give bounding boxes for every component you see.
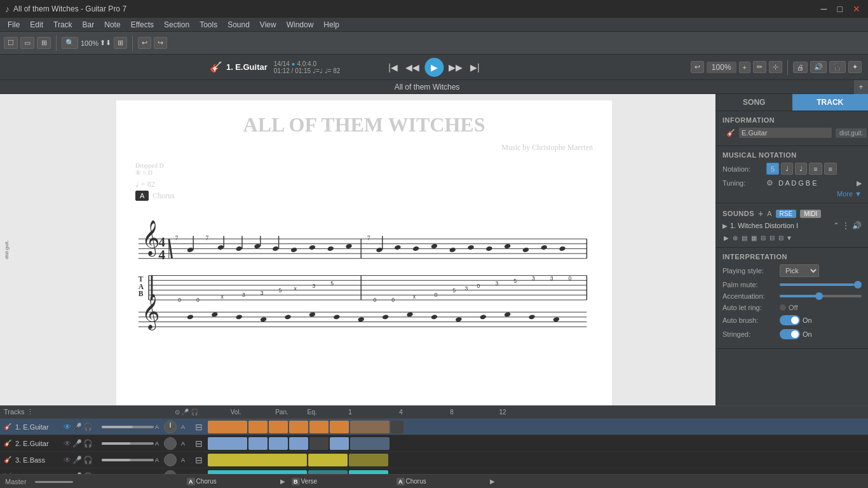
sounds-rse-badge[interactable]: RSE [776,210,797,218]
track-row-1[interactable]: 🎸 1. E.Guitar 👁 🎤 🎧 A [0,419,868,435]
timeline-block-chorus-5[interactable] [309,421,329,433]
menu-window[interactable]: Window [281,19,319,30]
track-name-input[interactable] [739,128,832,138]
track-1-volume-bar[interactable] [102,426,154,428]
zoom-arrows[interactable]: ⬆⬇ [100,39,111,47]
track-2-pan[interactable] [159,437,181,450]
tl2-block-6[interactable] [350,437,390,450]
headphones-btn[interactable]: 🎧 [829,61,846,73]
palm-mute-thumb[interactable] [854,281,862,288]
track-1-headphone-icon[interactable]: 🎧 [83,423,93,431]
stringed-toggle[interactable] [780,329,800,339]
master-volume-bar[interactable] [35,481,73,483]
menu-effects[interactable]: Effects [126,19,159,30]
tl2-block-3[interactable] [269,437,288,450]
auto-let-ring-toggle[interactable] [780,304,786,311]
sound-ctrl-1[interactable]: ▶ [722,234,730,242]
track-2-volume-bar[interactable] [102,442,154,445]
redo-btn[interactable]: ↪ [154,37,167,49]
track-1-eye-icon[interactable]: 👁 [64,423,71,431]
track-3-pan-knob[interactable] [164,454,177,466]
timeline-block-chorus-6[interactable] [330,421,349,433]
pencil-btn[interactable]: ✏ [753,61,766,73]
tuning-arrow-icon[interactable]: ▶ [857,179,862,187]
timeline-block-end[interactable] [350,421,390,433]
speaker-btn[interactable]: 🔊 [810,61,827,73]
menu-help[interactable]: Help [318,19,344,30]
menu-note[interactable]: Note [99,19,125,30]
track-2-headphone-icon[interactable]: 🎧 [83,439,93,448]
menu-section[interactable]: Section [159,19,194,30]
goto-end-btn[interactable]: ▶| [468,61,482,74]
timeline-block-marker[interactable] [391,421,403,433]
tl3-block-1[interactable] [208,454,307,466]
track-2-eq[interactable]: ⊟ [190,438,208,449]
sound-ctrl-5[interactable]: ⊟ [759,234,767,242]
add-tab-btn[interactable]: + [854,80,868,94]
track-3-eye-icon[interactable]: 👁 [64,456,71,464]
goto-start-btn[interactable]: |◀ [386,61,400,74]
layout-double-btn[interactable]: ▭ [20,37,34,49]
grid-btn[interactable]: ⊞ [114,37,127,49]
layout-multi-btn[interactable]: ⊞ [37,37,51,49]
accentuation-slider[interactable] [780,295,862,297]
notation-btn-2[interactable]: ♩ [781,163,793,175]
timeline-block-chorus-1[interactable] [208,421,247,433]
timeline-block-chorus-3[interactable] [269,421,288,433]
notation-btn-4[interactable]: ≡ [809,163,822,175]
maximize-button[interactable]: □ [835,4,845,14]
menu-edit[interactable]: Edit [25,19,48,30]
zoom-in-btn[interactable]: 🔍 [62,37,78,49]
timeline-block-chorus-2[interactable] [248,421,268,433]
track-2-mic-icon[interactable]: 🎤 [72,439,82,448]
track-row-2[interactable]: 🎸 2. E.Guitar 👁 🎤 🎧 A A ⊟ [0,435,868,452]
sound-ctrl-2[interactable]: ⊛ [731,234,739,242]
menu-view[interactable]: View [255,19,281,30]
menu-track[interactable]: Track [48,19,78,30]
tab-track[interactable]: TRACK [792,94,869,111]
tl3-block-2[interactable] [308,454,348,466]
tl2-block-2[interactable] [248,437,268,450]
sounds-a-label[interactable]: A [767,210,771,217]
track-2-eye-icon[interactable]: 👁 [64,439,71,448]
fast-forward-btn[interactable]: ▶▶ [446,61,465,74]
track-3-volume-bar[interactable] [102,459,154,461]
track-3-headphone-icon[interactable]: 🎧 [83,456,93,464]
track-1-pan-knob[interactable] [164,421,177,433]
menu-sound[interactable]: Sound [222,19,255,30]
tl2-block-1[interactable] [208,437,247,450]
minimize-button[interactable]: ─ [818,4,830,14]
track-2-pan-knob[interactable] [164,437,177,450]
notation-btn-1[interactable]: 5 [766,163,779,175]
tl3-block-3[interactable] [349,454,388,466]
plus-btn[interactable]: + [739,62,750,73]
tl2-block-5[interactable] [330,437,349,450]
track-1-pan[interactable] [159,421,181,433]
close-button[interactable]: ✕ [850,4,863,14]
sound-dropdown-icon[interactable]: ▼ [786,234,792,241]
track-1-mic-icon[interactable]: 🎤 [72,423,82,431]
track-3-mic-icon[interactable]: 🎤 [72,456,82,464]
sound-more-icon[interactable]: ⋮ [842,221,850,230]
notation-btn-3[interactable]: ♩ [795,163,807,175]
tl2-block-4[interactable] [289,437,308,450]
palm-mute-slider[interactable] [780,283,862,286]
track-3-pan[interactable] [159,454,181,466]
play-btn[interactable]: ▶ [424,58,444,77]
sound-volume-icon[interactable]: 🔊 [852,221,862,230]
layout-single-btn[interactable]: ☐ [4,37,18,49]
track-row-3[interactable]: 🎸 3. E.Bass 👁 🎤 🎧 A A ⊟ [0,452,868,468]
auto-brush-toggle[interactable] [780,315,800,325]
sound-ctrl-4[interactable]: ▦ [750,234,758,242]
settings-btn[interactable]: ✦ [848,61,862,73]
menu-bar[interactable]: Bar [78,19,100,30]
track-row-4[interactable]: 🥁 4. Drums 👁 🎤 🎧 A A ⊟ [0,468,868,474]
print-btn[interactable]: 🖨 [793,62,808,73]
playing-style-select[interactable]: Pick Finger Slap [780,264,819,277]
track-3-eq[interactable]: ⊟ [190,455,208,465]
tl4-block-2[interactable] [308,470,348,475]
sound-ctrl-7[interactable]: ⊟ [777,234,785,242]
sounds-midi-badge[interactable]: MIDI [800,210,821,218]
tl2-gap-1[interactable] [309,437,329,450]
notation-btn-5[interactable]: ≡ [824,163,837,175]
